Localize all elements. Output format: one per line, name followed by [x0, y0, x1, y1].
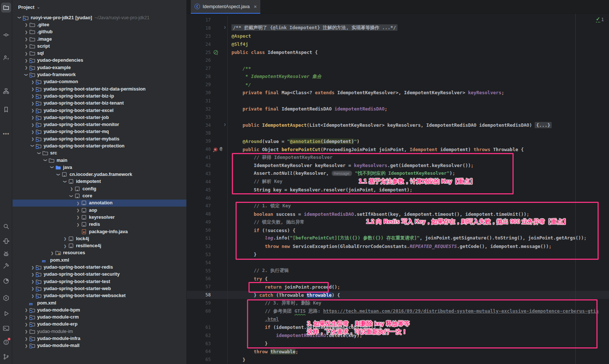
- gutter[interactable]: [211, 89, 228, 97]
- line-number[interactable]: 33: [187, 115, 211, 120]
- tab-idempotentaspect-java[interactable]: C IdempotentAspect.java ×: [191, 0, 260, 14]
- tree-item-idempotent[interactable]: ❯idempotent: [13, 178, 186, 185]
- line-number[interactable]: 29: [187, 82, 211, 87]
- line-number[interactable]: 32: [187, 106, 211, 112]
- tool-services-icon[interactable]: [1, 293, 11, 303]
- code-line-60[interactable]: 60// 参考美团 GTIS 思路: https://tech.meituan.…: [187, 307, 609, 315]
- chevron-right-icon[interactable]: ❯: [24, 65, 29, 69]
- chevron-right-icon[interactable]: ❯: [30, 130, 35, 134]
- gutter[interactable]: [211, 161, 228, 170]
- chevron-right-icon[interactable]: ❯: [30, 123, 35, 127]
- code-line-26[interactable]: 26: [187, 56, 609, 64]
- line-number[interactable]: 43: [187, 171, 211, 176]
- code-line-30[interactable]: 30private final Map<Class<? extends Idem…: [187, 89, 609, 97]
- line-number[interactable]: 61: [187, 325, 211, 330]
- chevron-right-icon[interactable]: ❯: [62, 237, 68, 241]
- gutter[interactable]: [211, 56, 228, 64]
- gutter[interactable]: [211, 291, 228, 299]
- gutter[interactable]: [211, 170, 228, 178]
- gutter[interactable]: [211, 105, 228, 113]
- code-line-64[interactable]: 64throw throwable;: [187, 348, 609, 356]
- chevron-right-icon[interactable]: ❯: [30, 265, 35, 269]
- code-line-25[interactable]: 25public class IdempotentAspect {: [187, 48, 609, 57]
- tree-item-core[interactable]: ❯core: [13, 192, 186, 199]
- code-line-43[interactable]: 43Assert.notNull(keyResolver, message: "…: [187, 170, 609, 178]
- line-number[interactable]: 57: [187, 284, 211, 289]
- code-line-29[interactable]: 29 */: [187, 81, 609, 89]
- line-number[interactable]: 30: [187, 90, 211, 95]
- code-line-62[interactable]: 62idempotentRedisDAO.delete(key);: [187, 331, 609, 340]
- chevron-right-icon[interactable]: ❯: [30, 272, 35, 276]
- code-line-53[interactable]: 53}: [187, 251, 609, 259]
- tree-item-yudao-dependencies[interactable]: ❯yudao-dependencies: [13, 57, 186, 64]
- tool-debug-icon[interactable]: [1, 249, 11, 259]
- code-line-54[interactable]: 54: [187, 259, 609, 267]
- line-number[interactable]: 59: [187, 300, 211, 306]
- chevron-right-icon[interactable]: ❯: [69, 187, 74, 191]
- gutter[interactable]: [211, 348, 228, 356]
- code-line-40[interactable]: 40m@public Object beforePointCut(Proceed…: [187, 145, 609, 153]
- tree-item-script[interactable]: ❯script: [13, 42, 186, 50]
- chevron-down-icon[interactable]: ❯: [70, 193, 74, 199]
- gutter[interactable]: [211, 234, 228, 242]
- chevron-right-icon[interactable]: ❯: [50, 251, 55, 255]
- chevron-right-icon[interactable]: ❯: [30, 80, 35, 84]
- code-line-27[interactable]: 27/**: [187, 64, 609, 72]
- chevron-right-icon[interactable]: ❯: [30, 94, 35, 98]
- line-number[interactable]: 55: [187, 268, 211, 273]
- gutter[interactable]: [211, 186, 228, 194]
- chevron-right-icon[interactable]: ❯: [24, 58, 29, 62]
- tree-item-yudao-spring-boot-starter-mq[interactable]: ❯yudao-spring-boot-starter-mq: [13, 128, 186, 135]
- chevron-right-icon[interactable]: ❯: [24, 51, 29, 55]
- tree-item-annotation[interactable]: ❯annotation: [13, 200, 186, 207]
- gutter[interactable]: [211, 40, 228, 48]
- gutter[interactable]: [211, 356, 228, 364]
- chevron-right-icon[interactable]: ❯: [24, 23, 29, 27]
- line-number[interactable]: 26: [187, 58, 211, 63]
- chevron-right-icon[interactable]: ❯: [24, 315, 29, 319]
- chevron-down-icon[interactable]: ❯: [50, 164, 54, 170]
- code-line-44[interactable]: 44// 解析 Key: [187, 178, 609, 186]
- chevron-right-icon[interactable]: ❯: [30, 108, 35, 112]
- code-line-51[interactable]: 51log.info("[beforePointCut][方法({}) 参数({…: [187, 234, 609, 242]
- tree-item-src[interactable]: ❯src: [13, 150, 186, 157]
- gutter[interactable]: [211, 129, 228, 137]
- line-number[interactable]: 44: [187, 179, 211, 184]
- fold-arrow-icon[interactable]: ❯: [224, 25, 226, 29]
- tool-problems-icon[interactable]: [1, 337, 11, 347]
- line-number[interactable]: 46: [187, 195, 211, 201]
- code-line-58[interactable]: 58} catch (Throwable throwable) {: [187, 291, 609, 299]
- tool-run-icon[interactable]: [1, 309, 11, 319]
- tree-item-yudao-spring-boot-starter-biz-ip[interactable]: ❯yudao-spring-boot-starter-biz-ip: [13, 92, 186, 99]
- chevron-right-icon[interactable]: ❯: [30, 87, 35, 91]
- chevron-right-icon[interactable]: ❯: [75, 201, 81, 205]
- fold-arrow-icon[interactable]: ❯: [224, 123, 226, 126]
- tree-item-pom.xml[interactable]: mpom.xml: [13, 299, 186, 306]
- line-number[interactable]: 27: [187, 66, 211, 71]
- line-number[interactable]: 31: [187, 98, 211, 103]
- chevron-right-icon[interactable]: ❯: [62, 244, 68, 248]
- tree-item-yudao-module-infra[interactable]: ❯yudao-module-infra: [13, 335, 186, 342]
- tree-item-yudao-spring-boot-starter-monitor[interactable]: ❯yudao-spring-boot-starter-monitor: [13, 121, 186, 128]
- tree-item-sql[interactable]: ❯sql: [13, 50, 186, 57]
- gutter[interactable]: [211, 48, 228, 57]
- line-number[interactable]: 42: [187, 163, 211, 168]
- chevron-down-icon[interactable]: ❯: [31, 143, 35, 149]
- code-line-52[interactable]: 52throw new ServiceException(GlobalError…: [187, 242, 609, 251]
- line-number[interactable]: 17: [187, 17, 211, 23]
- tool-more-icon[interactable]: •••: [1, 129, 11, 139]
- tree-item-ruoyi-vue-pro-jdk21[interactable]: ❯ruoyi-vue-pro-jdk21[yudao]~/Java/ruoyi-…: [13, 14, 186, 21]
- line-number[interactable]: 53: [187, 252, 211, 257]
- tree-item-yudao-module-im[interactable]: ❯yudao-module-im: [13, 328, 186, 335]
- line-number[interactable]: 25: [187, 50, 211, 55]
- gutter[interactable]: ❯: [211, 121, 228, 129]
- tree-item-cn.iocoder.yudao.framework[interactable]: ❯cn.iocoder.yudao.framework: [13, 171, 186, 178]
- gutter[interactable]: [211, 72, 228, 81]
- line-number[interactable]: 65: [187, 357, 211, 362]
- tree-item-yudao-spring-boot-starter-test[interactable]: ❯yudao-spring-boot-starter-test: [13, 278, 186, 285]
- line-number[interactable]: 41: [187, 155, 211, 160]
- chevron-right-icon[interactable]: ❯: [30, 294, 35, 298]
- tool-terminal-icon[interactable]: [1, 323, 11, 333]
- code-line-48[interactable]: 48boolean success = idempotentRedisDAO.s…: [187, 210, 609, 218]
- line-number[interactable]: 23: [187, 34, 211, 39]
